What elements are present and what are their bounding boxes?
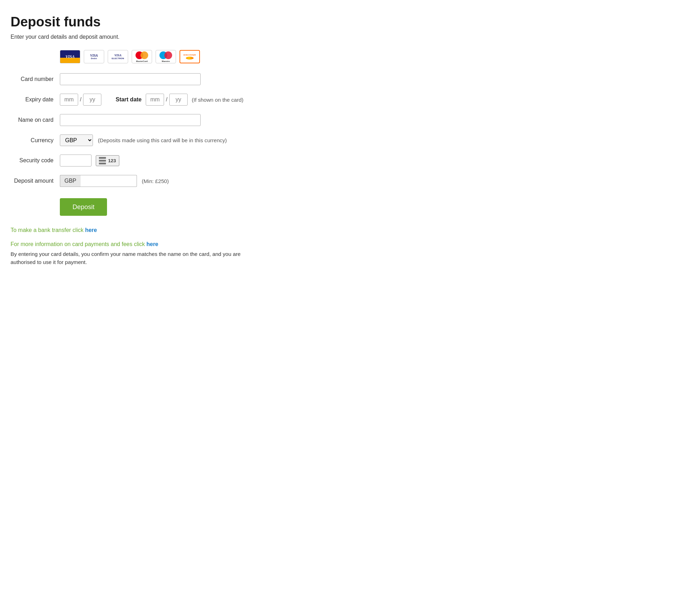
bank-transfer-row: To make a bank transfer click here — [11, 227, 306, 233]
card-icons-row: VISA VISA Debit VISA ELECTRON MasterCard… — [60, 50, 306, 63]
deposit-button[interactable]: Deposit — [60, 198, 107, 216]
deposit-currency-box: GBP — [60, 175, 81, 187]
discover-icon: DISCOVER — [180, 50, 200, 63]
page-title: Deposit funds — [11, 14, 306, 30]
mastercard-icon: MasterCard — [132, 50, 152, 63]
start-mm-input[interactable] — [146, 94, 164, 106]
visa-classic-icon: VISA — [60, 50, 80, 63]
deposit-amount-input[interactable] — [81, 175, 137, 187]
name-on-card-row: Name on card — [11, 114, 306, 126]
deposit-amount-label: Deposit amount — [11, 178, 60, 184]
more-info-row: For more information on card payments an… — [11, 241, 306, 247]
start-date-separator: / — [166, 96, 167, 103]
more-info-text: For more information on card payments an… — [11, 241, 146, 247]
card-number-input[interactable] — [60, 73, 201, 85]
currency-note: (Deposits made using this card will be i… — [98, 137, 227, 143]
maestro-icon: Maestro — [156, 50, 176, 63]
expiry-date-separator: / — [80, 96, 81, 103]
confirm-text: By entering your card details, you confi… — [11, 250, 257, 266]
cvv-line-3 — [99, 163, 106, 164]
bank-transfer-text: To make a bank transfer click — [11, 227, 85, 233]
name-on-card-label: Name on card — [11, 117, 60, 123]
cvv-icon: 123 — [96, 155, 119, 166]
currency-select[interactable]: GBP USD EUR — [60, 134, 93, 146]
security-code-label: Security code — [11, 157, 60, 164]
cvv-icon-text: 123 — [108, 158, 116, 163]
cvv-line-1 — [99, 157, 106, 159]
visa-debit-icon: VISA Debit — [84, 50, 104, 63]
expiry-yy-input[interactable] — [83, 94, 101, 106]
card-number-label: Card number — [11, 76, 60, 82]
expiry-mm-input[interactable] — [60, 94, 78, 106]
security-code-row: Security code 123 — [11, 155, 306, 166]
deposit-amount-row: Deposit amount GBP (Min: £250) — [11, 175, 306, 187]
currency-row: Currency GBP USD EUR (Deposits made usin… — [11, 134, 306, 146]
expiry-date-label: Expiry date — [11, 96, 60, 103]
name-on-card-input[interactable] — [60, 114, 201, 126]
more-info-link[interactable]: here — [146, 241, 158, 247]
page-subtitle: Enter your card details and deposit amou… — [11, 34, 306, 40]
start-date-label: Start date — [115, 96, 142, 103]
cvv-line-2 — [99, 160, 106, 162]
security-code-input[interactable] — [60, 155, 92, 166]
start-yy-input[interactable] — [169, 94, 188, 106]
cvv-card-lines — [99, 157, 106, 164]
card-number-row: Card number — [11, 73, 306, 85]
bank-transfer-link[interactable]: here — [85, 227, 97, 233]
deposit-min-note: (Min: £250) — [142, 178, 169, 184]
deposit-amount-field-group: GBP — [60, 175, 137, 187]
start-date-note: (If shown on the card) — [192, 97, 244, 103]
date-row: Expiry date / Start date / (If shown on … — [11, 94, 306, 106]
deposit-button-row: Deposit — [11, 195, 306, 227]
currency-label: Currency — [11, 137, 60, 144]
visa-electron-icon: VISA ELECTRON — [108, 50, 128, 63]
